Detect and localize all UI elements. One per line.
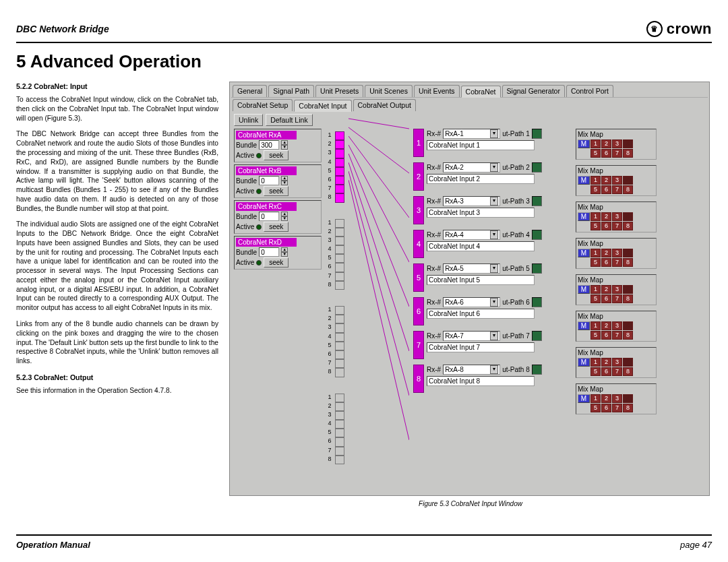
slot-link-box[interactable] — [335, 263, 344, 272]
subtab-cobranet-input[interactable]: CobraNet Input — [294, 100, 351, 112]
mix-cell-5[interactable]: 5 — [590, 185, 601, 194]
mix-cell-2[interactable]: 2 — [601, 285, 611, 294]
rx-select[interactable]: RxA-3▾ — [443, 196, 500, 206]
slot-link-box[interactable] — [335, 185, 344, 193]
input-name-field[interactable] — [427, 241, 535, 251]
mix-cell-8[interactable]: 8 — [623, 367, 633, 376]
rx-select[interactable]: RxA-5▾ — [443, 263, 500, 274]
mix-cell-8[interactable]: 8 — [623, 294, 633, 303]
mix-m-button[interactable]: M — [578, 358, 590, 367]
path-indicator-icon[interactable] — [532, 365, 542, 375]
mix-m-button[interactable]: M — [578, 321, 590, 330]
slot-link-box[interactable] — [335, 228, 344, 237]
rx-select[interactable]: RxA-6▾ — [443, 297, 500, 307]
mix-cell-2[interactable]: 2 — [601, 139, 611, 148]
input-name-field[interactable] — [427, 342, 535, 352]
slot-link-box[interactable] — [335, 447, 344, 456]
seek-button[interactable]: seek — [264, 222, 289, 232]
mix-cell-8[interactable]: 8 — [623, 222, 633, 230]
mix-cell-4[interactable]: 4 — [623, 139, 633, 148]
mix-cell-3[interactable]: 3 — [612, 358, 622, 367]
slot-link-box[interactable] — [335, 237, 344, 245]
slot-link-box[interactable] — [335, 323, 344, 332]
mix-cell-6[interactable]: 6 — [601, 367, 611, 376]
slot-link-box[interactable] — [335, 315, 344, 323]
bundle-input[interactable] — [259, 140, 279, 150]
tab-control-port[interactable]: Control Port — [566, 85, 613, 97]
mix-cell-1[interactable]: 1 — [590, 394, 601, 403]
unlink-button[interactable]: Unlink — [234, 114, 263, 126]
mix-cell-6[interactable]: 6 — [601, 222, 611, 230]
mix-cell-7[interactable]: 7 — [612, 222, 622, 230]
mix-cell-3[interactable]: 3 — [612, 176, 622, 185]
seek-button[interactable]: seek — [264, 186, 289, 196]
input-name-field[interactable] — [427, 309, 535, 319]
mix-cell-1[interactable]: 1 — [590, 285, 601, 294]
slot-link-box[interactable] — [335, 219, 344, 228]
mix-cell-5[interactable]: 5 — [590, 222, 601, 230]
mix-cell-4[interactable]: 4 — [623, 394, 633, 403]
rx-select[interactable]: RxA-7▾ — [443, 331, 500, 341]
mix-cell-1[interactable]: 1 — [590, 321, 601, 330]
input-name-field[interactable] — [427, 275, 535, 285]
mix-cell-3[interactable]: 3 — [612, 139, 622, 148]
mix-cell-7[interactable]: 7 — [612, 185, 622, 194]
path-indicator-icon[interactable] — [532, 129, 542, 139]
slot-link-box[interactable] — [335, 167, 344, 176]
rx-select[interactable]: RxA-2▾ — [443, 162, 500, 173]
mix-cell-6[interactable]: 6 — [601, 185, 611, 194]
mix-cell-6[interactable]: 6 — [601, 294, 611, 303]
slot-link-box[interactable] — [335, 402, 344, 411]
mix-m-button[interactable]: M — [578, 285, 590, 294]
slot-link-box[interactable] — [335, 149, 344, 158]
mix-cell-5[interactable]: 5 — [590, 367, 601, 376]
mix-cell-4[interactable]: 4 — [623, 321, 633, 330]
mix-cell-2[interactable]: 2 — [601, 358, 611, 367]
slot-link-box[interactable] — [335, 245, 344, 254]
bundle-input[interactable] — [259, 212, 279, 221]
mix-cell-1[interactable]: 1 — [590, 176, 601, 185]
mix-cell-5[interactable]: 5 — [590, 331, 601, 340]
mix-cell-1[interactable]: 1 — [590, 249, 601, 257]
mix-cell-5[interactable]: 5 — [590, 404, 601, 412]
tab-signal-path[interactable]: Signal Path — [268, 85, 314, 97]
mix-cell-1[interactable]: 1 — [590, 212, 601, 221]
mix-cell-7[interactable]: 7 — [612, 149, 622, 158]
mix-cell-7[interactable]: 7 — [612, 331, 622, 340]
slot-link-box[interactable] — [335, 411, 344, 420]
slot-link-box[interactable] — [335, 350, 344, 359]
default-link-button[interactable]: Default Link — [266, 114, 312, 126]
mix-cell-8[interactable]: 8 — [623, 185, 633, 194]
mix-cell-1[interactable]: 1 — [590, 358, 601, 367]
mix-cell-3[interactable]: 3 — [612, 285, 622, 294]
tab-signal-generator[interactable]: Signal Generator — [502, 85, 565, 97]
mix-cell-4[interactable]: 4 — [623, 358, 633, 367]
mix-cell-3[interactable]: 3 — [612, 321, 622, 330]
slot-link-box[interactable] — [335, 420, 344, 429]
mix-m-button[interactable]: M — [578, 176, 590, 185]
rx-select[interactable]: RxA-1▾ — [443, 129, 500, 139]
mix-cell-6[interactable]: 6 — [601, 258, 611, 267]
slot-link-box[interactable] — [335, 281, 344, 290]
mix-cell-4[interactable]: 4 — [623, 249, 633, 257]
slot-link-box[interactable] — [335, 131, 344, 140]
seek-button[interactable]: seek — [264, 257, 289, 268]
mix-cell-7[interactable]: 7 — [612, 294, 622, 303]
bundle-spinner[interactable]: ▲▼ — [281, 176, 288, 185]
mix-m-button[interactable]: M — [578, 212, 590, 221]
path-indicator-icon[interactable] — [532, 230, 542, 240]
mix-cell-5[interactable]: 5 — [590, 149, 601, 158]
slot-link-box[interactable] — [335, 456, 344, 464]
bundle-spinner[interactable]: ▲▼ — [281, 247, 288, 257]
mix-cell-3[interactable]: 3 — [612, 212, 622, 221]
slot-link-box[interactable] — [335, 333, 344, 342]
slot-link-box[interactable] — [335, 368, 344, 377]
bundle-spinner[interactable]: ▲▼ — [281, 212, 288, 221]
mix-cell-8[interactable]: 8 — [623, 331, 633, 340]
mix-cell-6[interactable]: 6 — [601, 149, 611, 158]
seek-button[interactable]: seek — [264, 150, 289, 160]
mix-cell-2[interactable]: 2 — [601, 176, 611, 185]
slot-link-box[interactable] — [335, 359, 344, 368]
slot-link-box[interactable] — [335, 429, 344, 437]
slot-link-box[interactable] — [335, 193, 344, 202]
